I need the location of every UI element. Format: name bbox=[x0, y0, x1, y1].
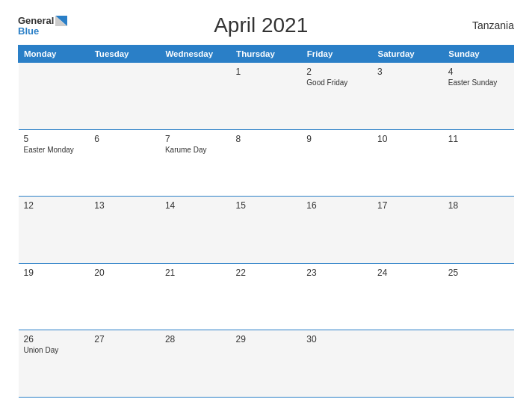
day-number: 16 bbox=[306, 200, 367, 211]
table-row bbox=[160, 63, 231, 130]
table-row: 23 bbox=[301, 263, 372, 330]
day-number: 27 bbox=[94, 334, 155, 344]
table-row bbox=[89, 63, 160, 130]
table-row: 13 bbox=[89, 197, 160, 264]
day-number: 28 bbox=[165, 334, 226, 344]
table-row: 4Easter Sunday bbox=[443, 63, 514, 130]
day-number: 21 bbox=[165, 268, 226, 278]
table-row: 26Union Day bbox=[19, 330, 90, 398]
table-row: 8 bbox=[231, 129, 302, 197]
day-number: 18 bbox=[448, 200, 509, 211]
day-number: 14 bbox=[165, 200, 226, 211]
day-number: 22 bbox=[236, 268, 297, 278]
table-row: 10 bbox=[372, 129, 443, 197]
day-number: 9 bbox=[306, 134, 367, 144]
day-number: 30 bbox=[306, 334, 367, 344]
day-number: 1 bbox=[236, 67, 297, 77]
calendar-table: Monday Tuesday Wednesday Thursday Friday… bbox=[18, 45, 514, 398]
table-row: 29 bbox=[231, 330, 302, 398]
day-number: 4 bbox=[448, 67, 509, 77]
col-sunday: Sunday bbox=[443, 46, 514, 63]
col-tuesday: Tuesday bbox=[89, 46, 160, 63]
day-number: 2 bbox=[306, 67, 367, 77]
day-number: 13 bbox=[94, 200, 155, 211]
col-friday: Friday bbox=[301, 46, 372, 63]
table-row: 21 bbox=[160, 263, 231, 330]
table-row: 25 bbox=[443, 263, 514, 330]
calendar-header-row: Monday Tuesday Wednesday Thursday Friday… bbox=[19, 46, 514, 63]
holiday-name: Union Day bbox=[24, 346, 84, 354]
calendar-page: General Blue April 2021 Tanzania Monday … bbox=[0, 0, 532, 411]
table-row: 6 bbox=[89, 129, 160, 197]
table-row: 2Good Friday bbox=[301, 63, 372, 130]
table-row: 12 bbox=[19, 197, 90, 264]
calendar-body: 12Good Friday34Easter Sunday5Easter Mond… bbox=[19, 63, 514, 398]
day-number: 17 bbox=[377, 200, 438, 211]
table-row: 14 bbox=[160, 197, 231, 264]
table-row bbox=[19, 63, 90, 130]
day-number: 23 bbox=[306, 268, 367, 278]
table-row: 19 bbox=[19, 263, 90, 330]
calendar-country: Tanzania bbox=[454, 19, 514, 31]
table-row bbox=[372, 330, 443, 398]
day-number: 29 bbox=[236, 334, 297, 344]
day-number: 6 bbox=[94, 134, 155, 144]
table-row: 24 bbox=[372, 263, 443, 330]
logo-general-text: General bbox=[18, 16, 54, 25]
calendar-title: April 2021 bbox=[67, 13, 454, 37]
day-number: 15 bbox=[236, 200, 297, 211]
table-row: 16 bbox=[301, 197, 372, 264]
table-row bbox=[443, 330, 514, 398]
col-monday: Monday bbox=[19, 46, 90, 63]
day-number: 20 bbox=[94, 268, 155, 278]
day-number: 24 bbox=[377, 268, 438, 278]
calendar-header: General Blue April 2021 Tanzania bbox=[18, 13, 514, 37]
holiday-name: Easter Monday bbox=[24, 146, 84, 154]
day-number: 11 bbox=[448, 134, 509, 144]
table-row: 9 bbox=[301, 129, 372, 197]
col-wednesday: Wednesday bbox=[160, 46, 231, 63]
table-row: 17 bbox=[372, 197, 443, 264]
day-number: 26 bbox=[24, 334, 84, 344]
table-row: 15 bbox=[231, 197, 302, 264]
table-row: 30 bbox=[301, 330, 372, 398]
day-number: 12 bbox=[24, 200, 84, 211]
col-thursday: Thursday bbox=[231, 46, 302, 63]
logo-blue-text: Blue bbox=[18, 26, 39, 36]
table-row: 22 bbox=[231, 263, 302, 330]
table-row: 3 bbox=[372, 63, 443, 130]
day-number: 10 bbox=[377, 134, 438, 144]
day-number: 19 bbox=[24, 268, 84, 278]
holiday-name: Good Friday bbox=[306, 78, 367, 87]
day-number: 3 bbox=[377, 67, 438, 77]
day-number: 25 bbox=[448, 268, 509, 278]
holiday-name: Karume Day bbox=[165, 146, 226, 154]
table-row: 11 bbox=[443, 129, 514, 197]
table-row: 20 bbox=[89, 263, 160, 330]
col-saturday: Saturday bbox=[372, 46, 443, 63]
table-row: 28 bbox=[160, 330, 231, 398]
table-row: 27 bbox=[89, 330, 160, 398]
logo-flag-icon bbox=[55, 16, 67, 26]
day-number: 7 bbox=[165, 134, 226, 144]
table-row: 1 bbox=[231, 63, 302, 130]
table-row: 5Easter Monday bbox=[19, 129, 90, 197]
logo: General Blue bbox=[18, 16, 67, 36]
table-row: 7Karume Day bbox=[160, 129, 231, 197]
holiday-name: Easter Sunday bbox=[448, 78, 509, 87]
day-number: 8 bbox=[236, 134, 297, 144]
table-row: 18 bbox=[443, 197, 514, 264]
day-number: 5 bbox=[24, 134, 84, 144]
